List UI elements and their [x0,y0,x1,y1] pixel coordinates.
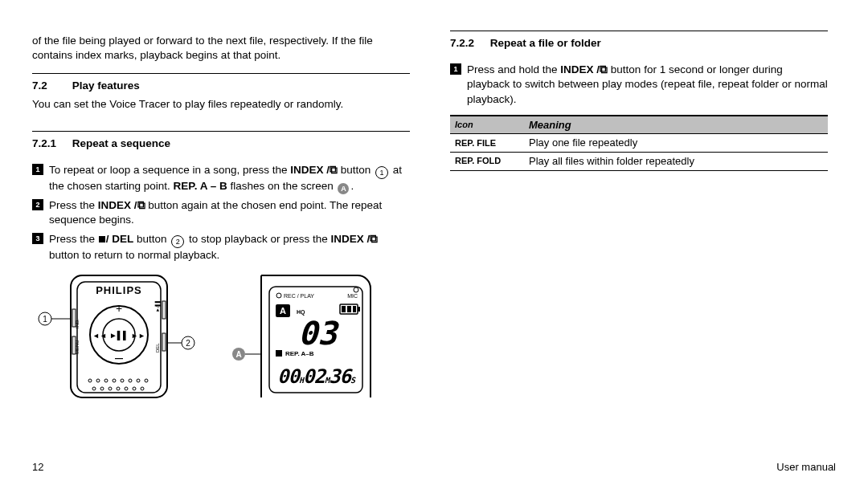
section-7-2-heading: 7.2 Play features [32,79,410,93]
carryover-paragraph: of the file being played or forward to t… [32,34,410,63]
svg-text:REP. A–B: REP. A–B [285,350,314,357]
svg-rect-54 [353,306,356,312]
svg-text:REC / PLAY: REC / PLAY [284,293,314,299]
cell-icon: REP. FOLD [450,152,524,170]
step-marker-2: 2 [32,199,43,210]
page-number: 12 [32,460,43,475]
svg-rect-53 [347,306,351,312]
doc-title-footer: User manual [776,460,836,475]
subsection-number: 7.2.1 [32,137,69,151]
r-step-1-text: Press and hold the INDEX /⧉ button for 1… [467,62,828,107]
svg-rect-21 [72,336,76,354]
subsection-number: 7.2.2 [450,36,487,51]
section-7-2-body: You can set the Voice Tracer to play fil… [32,97,410,112]
table-row: REP. FOLD Play all files within folder r… [450,152,828,170]
repeat-ab-icon: ⧉ [330,163,338,176]
device-illustration: 1 2 PHILIPS + – ◄◄ [32,272,197,401]
manual-page: of the file being played or forward to t… [0,0,868,489]
svg-rect-51 [358,307,360,312]
brand-label: PHILIPS [96,284,142,296]
svg-text:1: 1 [43,315,47,324]
section-divider [32,73,410,74]
section-7-2-1-heading: 7.2.1 Repeat a sequence [32,137,410,151]
subsection-divider [32,131,410,132]
icon-meaning-table: Icon Meaning REP. FILE Play one file rep… [450,116,828,171]
cell-icon: REP. FILE [450,134,524,153]
callout-2: 2 [171,235,184,248]
step-marker-1: 1 [32,164,43,175]
subsection-title: Repeat a file or folder [490,37,601,49]
svg-rect-22 [162,301,166,319]
table-header-icon: Icon [450,116,524,134]
svg-text:03: 03 [298,315,340,352]
subsection-title: Repeat a sequence [72,137,170,149]
cell-meaning: Play one file repeatedly [524,134,828,153]
illustration-row: 1 2 PHILIPS + – ◄◄ [32,272,410,401]
svg-rect-52 [342,306,346,312]
svg-text:◄◄: ◄◄ [92,332,107,340]
svg-text:2: 2 [186,339,190,348]
repeat-ab-icon: ⧉ [137,198,145,211]
subsection-divider [450,31,828,31]
step-3: 3 Press the / DEL button 2 to stop playb… [32,231,410,263]
svg-text:►/▌▌: ►/▌▌ [154,300,161,312]
step-1-text: To repeat or loop a sequence in a song, … [49,162,410,194]
step-marker-3: 3 [32,233,43,244]
section-title: Play features [72,79,140,92]
left-column: of the file being played or forward to t… [32,22,410,401]
svg-text:A: A [235,350,241,359]
step-2: 2 Press the INDEX /⧉ button again at the… [32,198,410,227]
svg-text:DEL: DEL [155,343,160,352]
svg-rect-56 [276,350,282,357]
repeat-ab-icon: ⧉ [600,63,608,75]
svg-text:–: – [115,349,123,365]
table-header-meaning: Meaning [524,116,828,134]
right-column: 7.2.2 Repeat a file or folder 1 Press an… [450,22,828,171]
step-marker-1: 1 [450,63,461,75]
step-1: 1 To repeat or loop a sequence in a song… [32,162,410,194]
svg-text:+: + [116,302,122,315]
svg-text:00H02M36S: 00H02M36S [277,365,356,388]
step-3-text: Press the / DEL button 2 to stop playbac… [49,231,410,263]
cell-meaning: Play all files within folder repeatedly [524,152,828,170]
r-step-1: 1 Press and hold the INDEX /⧉ button for… [450,62,828,107]
svg-rect-23 [162,333,166,351]
svg-text:►▌▌: ►▌▌ [109,330,129,341]
callout-A: A [338,183,349,194]
step-2-text: Press the INDEX /⧉ button again at the c… [49,198,410,227]
lcd-illustration: A REC / PLAY MIC A HQ [229,272,390,401]
svg-text:MIC: MIC [347,293,358,299]
stop-icon [99,236,105,242]
callout-1: 1 [375,166,388,179]
svg-text:A: A [280,306,286,316]
section-7-2-2-heading: 7.2.2 Repeat a file or folder [450,36,828,51]
table-row: REP. FILE Play one file repeatedly [450,134,828,153]
svg-text:►►: ►► [131,332,145,340]
section-number: 7.2 [32,79,69,93]
repeat-ab-icon: ⧉ [370,232,378,245]
svg-rect-20 [72,309,76,327]
